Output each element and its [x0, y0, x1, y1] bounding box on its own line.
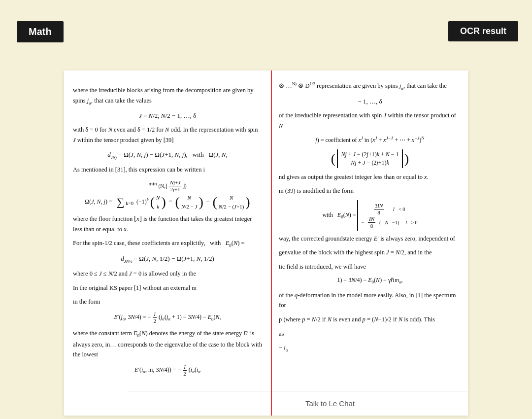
right-eq-values: − 1, …, δ	[279, 96, 461, 106]
right-note-3: way, the corrected groundstate energy E′…	[279, 234, 461, 244]
right-line-1: ⊗ …N) ⊗ D1/2 representation are given by…	[279, 80, 461, 92]
page-divider	[271, 70, 272, 416]
right-note-5: tic field is introduced, we will have	[279, 262, 461, 272]
right-note-1: nd gives as output the greatest integer …	[279, 172, 461, 182]
right-note-9: − iα	[279, 343, 461, 353]
left-para-8: in the form	[73, 297, 262, 307]
right-note-8: as	[279, 329, 461, 339]
left-para-1: where the irreducible blocks arising fro…	[73, 85, 262, 106]
left-para-5: For the spin-1/2 case, these coefficient…	[73, 238, 262, 249]
left-para-9: where the constant term E0(N) denotes th…	[73, 328, 262, 360]
eq-omega-sum: min (N,⌊ Nj+J 2j+1 ⌋) Ω(J, N, j) = ∑ k=0…	[73, 179, 262, 211]
math-button[interactable]: Math	[17, 21, 64, 42]
eq-dJNj: dJNj = Ω(J, N, j) − Ω(J+1, N, j), with Ω…	[73, 149, 262, 161]
right-note-6: of the q-deformation in the model more e…	[279, 290, 461, 311]
ocr-result-button[interactable]: OCR result	[448, 21, 518, 41]
right-note-4: genvalue of the block with the highest s…	[279, 247, 461, 258]
eq-E-prime-partial: E′(iα, m, 3N/4)) = − I 2 (iα(iα	[73, 364, 262, 377]
right-matrix: ( Nj + J − (2j+1)k + N − 1 Nj + J − (2j+…	[279, 149, 461, 168]
chat-placeholder: Talk to Le Chat	[305, 399, 355, 408]
chat-bar[interactable]: Talk to Le Chat ↑	[128, 391, 468, 416]
left-para-4: where the floor function ⌊x⌋ is the func…	[73, 214, 262, 234]
eq-dJN-half: dJN½ = Ω(J, N, 1/2) − Ω(J+1, N, 1/2)	[73, 253, 262, 265]
right-column: ⊗ …N) ⊗ D1/2 representation are given by…	[272, 70, 468, 416]
right-eq-energy: 1) − 3N/4) − E0(N) − γℏmα,	[279, 276, 461, 286]
left-para-3: As mentioned in [31], this expression ca…	[73, 165, 262, 175]
right-eq-E0: with E0(N) = 3IN8 I < 0 −IN8 (N−1) I > 0	[279, 200, 461, 231]
eq-J-values: J = N/2, N/2 − 1, …, δ	[73, 110, 262, 121]
right-note-sum: m (39) is modified in the form	[279, 186, 461, 196]
right-eq-coeff: j) = coefficient of xJ in (xJ + xJ−1 + ⋯…	[279, 135, 461, 145]
document-container: where the irreducible blocks arising fro…	[64, 70, 468, 416]
left-para-7: In the original KS paper [1] without an …	[73, 283, 262, 293]
right-note-7: p (where p = N/2 if N is even and p = (N…	[279, 314, 461, 325]
left-para-6: where 0 ≤ J ≤ N/2 and J = 0 is allowed o…	[73, 269, 262, 279]
eq-E-prime: E′(jα, 3N/4) = − I 2 (jα(jα + 1) − 3N/4)…	[73, 311, 262, 324]
right-line-2: of the irreducible representation with s…	[279, 110, 461, 131]
left-para-2: with δ = 0 for N even and δ = 1/2 for N …	[73, 125, 262, 145]
left-column: where the irreducible blocks arising fro…	[64, 70, 271, 416]
